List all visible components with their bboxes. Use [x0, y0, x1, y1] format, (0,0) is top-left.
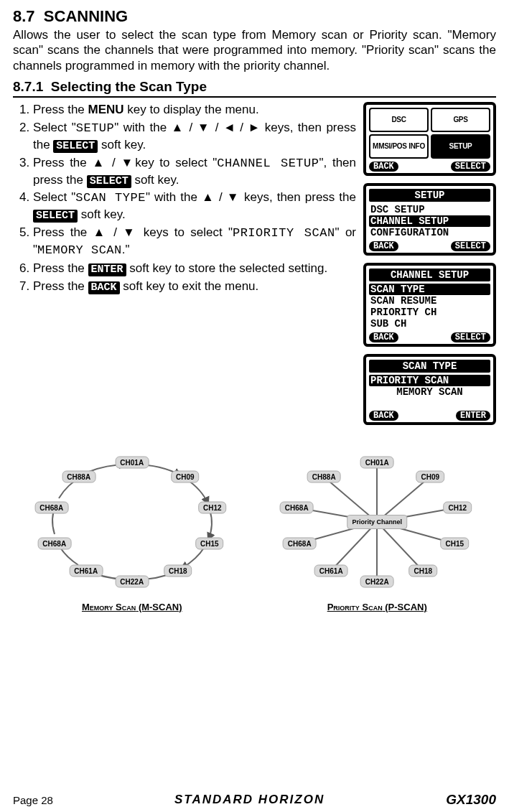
screen-back-btn: BACK [369, 162, 398, 172]
page-number: Page 28 [13, 794, 53, 806]
channel-chip: CH68A [34, 501, 68, 513]
channel-chip: CH61A [69, 564, 103, 577]
screen-title: CHANNEL SETUP [369, 269, 490, 281]
list-item: SCAN RESUME [369, 295, 490, 307]
channel-chip: CH61A [314, 564, 348, 577]
step-4: Select "SCAN TYPE" with the ▲ / ▼ keys, … [33, 190, 356, 223]
channel-chip: CH22A [115, 575, 149, 587]
caption-code: (M-SCAN) [139, 602, 182, 612]
text: " with the ▲ / ▼ keys, then press the [146, 190, 356, 204]
section-number: 8.7 [13, 7, 35, 25]
code: CHANNEL SETUP [217, 157, 319, 170]
steps-list: Press the MENU key to display the menu. … [13, 102, 356, 295]
channel-chip: CH12 [198, 501, 227, 513]
step-7: Press the BACK soft key to exit the menu… [33, 279, 356, 295]
text: Press the [33, 279, 88, 293]
diagram-memory-scan: CH01A CH09 CH12 CH15 CH18 CH22A CH61A CH… [17, 447, 247, 612]
screen-enter-btn: ENTER [456, 411, 490, 421]
brand-logo: STANDARD HORIZON [174, 793, 324, 807]
screen-main-menu: DSC GPS MMSI/POS INFO SETUP BACK SELECT [363, 102, 496, 176]
channel-chip: CH68A [280, 501, 314, 513]
text: soft key. [98, 138, 146, 151]
subsection-name: Selecting the Scan Type [51, 79, 207, 94]
channel-chip: CH22A [360, 575, 394, 587]
caption-label: Memory Scan [82, 602, 136, 612]
channel-chip: CH68A [37, 537, 71, 549]
text: soft key. [131, 173, 179, 187]
menu-cell-dsc: DSC [369, 108, 429, 132]
list-item: SUB CH [369, 318, 490, 330]
memory-scan-caption: Memory Scan (M-SCAN) [82, 602, 182, 612]
caption-label: Priority Scan [327, 602, 383, 612]
section-name: SCANNING [44, 7, 128, 25]
priority-scan-caption: Priority Scan (P-SCAN) [327, 602, 427, 612]
section-title: 8.7 SCANNING [13, 7, 496, 26]
diagram-priority-scan: Priority Channel CH01A CH09 CH12 CH15 CH… [262, 447, 492, 612]
channel-chip: CH88A [62, 470, 95, 482]
step-1: Press the MENU key to display the menu. [33, 102, 356, 118]
text: Press the ▲ / ▼ keys to select " [33, 225, 233, 239]
menu-cell-setup: SETUP [431, 134, 490, 159]
text: ." [122, 243, 130, 256]
select-softkey: SELECT [87, 175, 131, 188]
text: soft key to exit the menu. [120, 279, 259, 293]
model-number: GX1300 [446, 792, 496, 808]
subsection-number: 8.7.1 [13, 79, 43, 94]
caption-code: (P-SCAN) [385, 602, 427, 612]
text: soft key. [78, 207, 126, 221]
code: PRIORITY SCAN [233, 226, 335, 240]
screens-column: DSC GPS MMSI/POS INFO SETUP BACK SELECT … [363, 102, 496, 425]
channel-chip: CH18 [164, 564, 192, 577]
code: SETUP [76, 121, 115, 135]
menu-cell-mmsi: MMSI/POS INFO [369, 134, 429, 159]
menu-key: MENU [88, 103, 124, 116]
screen-setup: SETUP DSC SETUP CHANNEL SETUP CONFIGURAT… [363, 183, 496, 256]
text: Select " [33, 190, 75, 204]
diagrams-row: CH01A CH09 CH12 CH15 CH18 CH22A CH61A CH… [13, 447, 496, 612]
svg-line-5 [377, 522, 423, 571]
back-softkey: BACK [88, 281, 120, 294]
channel-chip: CH68A [283, 537, 317, 549]
step-5: Press the ▲ / ▼ keys to select "PRIORITY… [33, 225, 356, 259]
channel-chip: CH15 [440, 537, 469, 549]
list-item: PRIORITY SCAN [369, 375, 490, 386]
channel-chip: CH09 [171, 470, 200, 482]
text: Press the [33, 103, 88, 116]
priority-center-chip: Priority Channel [347, 515, 407, 529]
code: MEMORY SCAN [37, 243, 122, 257]
list-item: DSC SETUP [369, 204, 490, 215]
list-item: CHANNEL SETUP [369, 215, 490, 227]
screen-back-btn: BACK [369, 332, 398, 342]
step-2: Select "SETUP" with the ▲ / ▼ / ◄ / ► ke… [33, 120, 356, 154]
screen-channel-setup: CHANNEL SETUP SCAN TYPE SCAN RESUME PRIO… [363, 263, 496, 347]
channel-chip: CH88A [307, 470, 341, 482]
channel-chip: CH01A [115, 456, 149, 468]
steps-column: Press the MENU key to display the menu. … [13, 102, 356, 297]
screen-select-btn: SELECT [451, 162, 490, 172]
list-item: PRIORITY CH [369, 307, 490, 318]
channel-chip: CH12 [443, 501, 472, 513]
list-item: CONFIGURATION [369, 227, 490, 238]
screen-select-btn: SELECT [451, 332, 490, 342]
channel-chip: CH09 [416, 470, 444, 482]
channel-chip: CH15 [195, 537, 224, 549]
text: key to display the menu. [124, 103, 259, 116]
list-item: MEMORY SCAN [369, 386, 490, 398]
enter-softkey: ENTER [88, 263, 126, 276]
list-item: SCAN TYPE [369, 284, 490, 295]
priority-scan-star: Priority Channel CH01A CH09 CH12 CH15 CH… [269, 447, 485, 597]
screen-title: SETUP [369, 189, 490, 202]
text: Press the [33, 261, 88, 275]
page-footer: Page 28 STANDARD HORIZON GX1300 [0, 792, 509, 808]
select-softkey: SELECT [53, 140, 98, 153]
channel-chip: CH01A [360, 456, 394, 468]
code: SCAN TYPE [75, 191, 146, 205]
screen-back-btn: BACK [369, 241, 398, 251]
intro-paragraph: Allows the user to select the scan type … [13, 27, 496, 73]
screen-select-btn: SELECT [451, 241, 490, 251]
select-softkey: SELECT [33, 210, 78, 223]
svg-line-7 [331, 522, 377, 571]
step-6: Press the ENTER soft key to store the se… [33, 261, 356, 277]
menu-cell-gps: GPS [431, 108, 490, 132]
screen-back-btn: BACK [369, 411, 398, 421]
